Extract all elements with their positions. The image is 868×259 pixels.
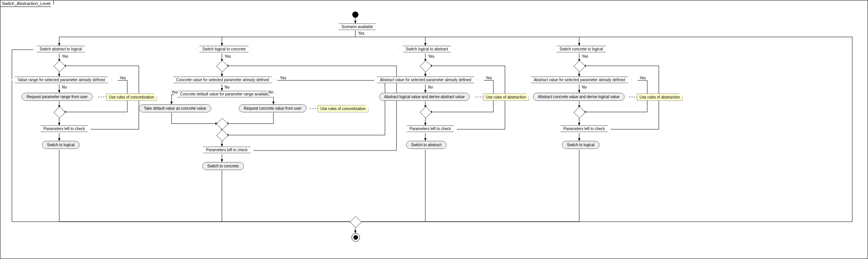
note-b3: Use rules of abstraction: [483, 94, 529, 101]
action-b4-abstract: Abstract concrete value and derive logic…: [533, 93, 625, 101]
action-b2-request-concrete: Request concrete value from user: [239, 104, 307, 112]
decision-b1-switch: Switch abstract to logical: [33, 46, 88, 52]
initial-node: [352, 12, 358, 18]
decision-b2-params-left: Parameters left to check: [200, 147, 254, 153]
decision-scenario-available: Scenario available: [335, 23, 380, 30]
label-yes: Yes: [357, 31, 365, 35]
merge-b1-top: [55, 62, 64, 70]
decision-b3-check-defined: Abstract value for selected parameter al…: [373, 77, 478, 83]
frame-title: Switch_Abstraction_Level: [0, 0, 54, 7]
final-node: [352, 233, 360, 242]
label-yes: Yes: [224, 54, 232, 58]
label-no: No: [268, 90, 274, 94]
action-b1-switch: Switch to logical: [42, 141, 80, 149]
label-yes: Yes: [485, 76, 493, 80]
decision-b3-switch: Switch logical to abstract: [399, 46, 455, 52]
label-yes: Yes: [581, 54, 589, 58]
note-b1: Use rules of concretization: [106, 94, 157, 101]
decision-b3-params-left: Parameters left to check: [403, 125, 458, 132]
decision-b2-switch: Switch logical to concrete: [196, 46, 252, 52]
decision-b1-check-defined: Value range for selected parameter alrea…: [11, 77, 112, 83]
label-yes: Yes: [119, 76, 127, 80]
decision-b4-switch: Switch concrete to logical: [553, 46, 610, 52]
label-no: No: [581, 85, 588, 89]
label-no: No: [61, 85, 68, 89]
label-yes: Yes: [171, 90, 178, 94]
label-yes: Yes: [279, 76, 287, 80]
action-b1-request-range: Request parameter range from user: [22, 93, 93, 101]
decision-b2-check-defined: Concrete value for selected parameter al…: [170, 77, 275, 83]
decision-b2-check-default: Concrete default value for parameter ran…: [173, 91, 276, 97]
merge-b4-top: [575, 62, 584, 70]
action-b2-take-default: Take default value as concrete value: [139, 104, 211, 112]
merge-b2-top: [218, 62, 227, 70]
merge-b3-top: [422, 62, 430, 70]
merge-b1-mid: [55, 108, 64, 117]
merge-b2-mid1: [218, 120, 227, 128]
label-no: No: [427, 85, 434, 89]
action-b2-switch: Switch to concrete: [202, 162, 244, 170]
label-yes: Yes: [639, 76, 646, 80]
action-b3-switch: Switch to abstract: [406, 141, 446, 149]
label-yes: Yes: [61, 54, 69, 58]
action-b3-abstract: Abstract logical value and derive abstra…: [379, 93, 470, 101]
decision-b4-check-defined: Abstract value for selected parameter al…: [527, 77, 631, 83]
action-b4-switch: Switch to logical: [562, 141, 600, 149]
activity-frame: Switch_Abstraction_Level: [0, 0, 868, 259]
merge-b4-mid: [575, 108, 584, 117]
merge-final: [352, 218, 360, 226]
note-b4: Use rules of abstraction: [637, 94, 683, 101]
merge-b3-mid: [422, 108, 430, 117]
decision-b1-params-left: Parameters left to check: [37, 125, 92, 132]
decision-b4-params-left: Parameters left to check: [557, 125, 611, 132]
label-yes: Yes: [427, 54, 435, 58]
merge-b2-mid2: [218, 131, 227, 140]
note-b2: Use rules of concretization: [318, 105, 368, 112]
label-no: No: [224, 85, 230, 89]
